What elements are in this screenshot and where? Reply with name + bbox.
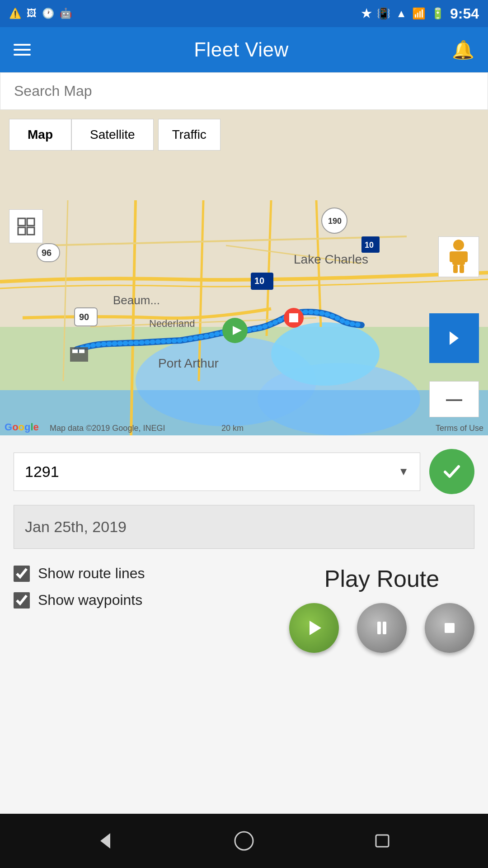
google-logo: Google: [5, 421, 39, 433]
android-nav-bar: [0, 814, 488, 868]
svg-rect-36: [460, 265, 464, 273]
clock-icon: 🕐: [42, 8, 54, 19]
route-lines-label: Show route lines: [38, 565, 145, 582]
svg-rect-11: [72, 349, 78, 353]
svg-text:96: 96: [42, 248, 52, 258]
svg-rect-33: [450, 251, 455, 262]
status-icons-right: ★ 📳 ▲ 📶 🔋 9:54: [361, 5, 479, 22]
waypoints-label: Show waypoints: [38, 592, 142, 609]
traffic-button[interactable]: Traffic: [158, 119, 221, 151]
menu-button[interactable]: [14, 44, 31, 56]
vibrate-icon: 📳: [377, 7, 390, 20]
svg-point-43: [235, 832, 253, 850]
vehicle-dropdown[interactable]: 1291 ▼: [14, 453, 420, 491]
svg-marker-42: [100, 833, 110, 849]
vehicle-select-row: 1291 ▼: [14, 449, 474, 494]
map-attribution: Map data ©2019 Google, INEGI: [50, 424, 165, 433]
dropdown-arrow-icon: ▼: [398, 465, 409, 478]
svg-rect-35: [453, 265, 458, 273]
waypoints-checkbox[interactable]: [14, 592, 30, 609]
svg-rect-10: [70, 347, 88, 362]
map-svg: Beaum... Nederland Port Arthur Lake Char…: [0, 110, 488, 435]
image-icon: 🖼: [27, 8, 37, 19]
signal-icon: 📶: [412, 7, 426, 20]
svg-rect-27: [18, 218, 25, 226]
svg-rect-12: [79, 349, 84, 353]
recents-button[interactable]: [371, 830, 394, 852]
pause-button[interactable]: [357, 603, 407, 653]
svg-text:10: 10: [254, 276, 264, 286]
map-button[interactable]: Map: [9, 119, 71, 151]
svg-rect-44: [376, 835, 389, 847]
svg-text:90: 90: [79, 312, 89, 322]
play-button[interactable]: [289, 603, 339, 653]
map-terms[interactable]: Terms of Use: [436, 424, 483, 433]
zoom-fit-button[interactable]: [9, 209, 43, 243]
svg-rect-30: [27, 227, 34, 235]
notification-bell-icon[interactable]: 🔔: [452, 39, 474, 61]
back-button[interactable]: [94, 830, 117, 852]
app-header: Fleet View 🔔: [0, 27, 488, 72]
playback-controls: [289, 603, 474, 653]
route-lines-option: Show route lines: [14, 565, 145, 582]
svg-text:10: 10: [365, 241, 374, 250]
svg-text:Nederland: Nederland: [149, 318, 195, 329]
checkbox-options: Show route lines Show waypoints: [14, 565, 145, 609]
bottom-panel: 1291 ▼ Jan 25th, 2019 Show route lines S…: [0, 435, 488, 814]
route-lines-checkbox[interactable]: [14, 566, 30, 582]
map-container: Beaum... Nederland Port Arthur Lake Char…: [0, 110, 488, 435]
zoom-out-button[interactable]: —: [429, 381, 479, 417]
svg-rect-40: [383, 622, 386, 634]
svg-text:Port Arthur: Port Arthur: [158, 356, 219, 370]
svg-point-5: [271, 322, 380, 386]
svg-text:Lake Charles: Lake Charles: [294, 252, 368, 266]
waypoints-option: Show waypoints: [14, 592, 145, 609]
android-icon: 🤖: [60, 8, 72, 19]
scale-value: 20 km: [221, 424, 244, 433]
status-icons-left: ⚠️ 🖼 🕐 🤖: [9, 8, 72, 19]
play-route-section: Play Route: [289, 565, 474, 653]
svg-text:190: 190: [328, 217, 342, 226]
options-and-playback-row: Show route lines Show waypoints Play Rou…: [14, 565, 474, 653]
map-scale: 20 km: [221, 424, 244, 433]
confirm-button[interactable]: [429, 449, 474, 494]
stop-button[interactable]: [425, 603, 474, 653]
svg-rect-41: [445, 623, 455, 633]
svg-rect-9: [289, 313, 298, 322]
date-field[interactable]: Jan 25th, 2019: [14, 505, 474, 549]
satellite-button[interactable]: Satellite: [71, 119, 154, 151]
app-title: Fleet View: [194, 38, 289, 61]
svg-marker-38: [310, 621, 321, 635]
time-display: 9:54: [450, 5, 479, 22]
map-type-buttons: Map Satellite Traffic: [9, 119, 221, 151]
warning-icon: ⚠️: [9, 8, 21, 19]
street-view-button[interactable]: [438, 236, 479, 277]
svg-point-31: [453, 240, 464, 250]
wifi-icon: ▲: [396, 7, 407, 20]
battery-icon: 🔋: [431, 7, 445, 20]
search-input[interactable]: [0, 72, 488, 110]
status-bar: ⚠️ 🖼 🕐 🤖 ★ 📳 ▲ 📶 🔋 9:54: [0, 0, 488, 27]
minus-icon: —: [446, 390, 462, 409]
svg-marker-37: [450, 331, 459, 345]
vehicle-id: 1291: [25, 463, 59, 481]
svg-rect-39: [377, 622, 381, 634]
svg-rect-28: [27, 218, 34, 226]
svg-text:Beaum...: Beaum...: [113, 293, 160, 307]
svg-rect-29: [18, 227, 25, 235]
svg-rect-34: [462, 251, 468, 262]
play-route-title: Play Route: [324, 565, 439, 592]
navigate-button[interactable]: [429, 313, 479, 363]
bluetooth-icon: ★: [361, 7, 371, 21]
home-button[interactable]: [233, 830, 255, 852]
